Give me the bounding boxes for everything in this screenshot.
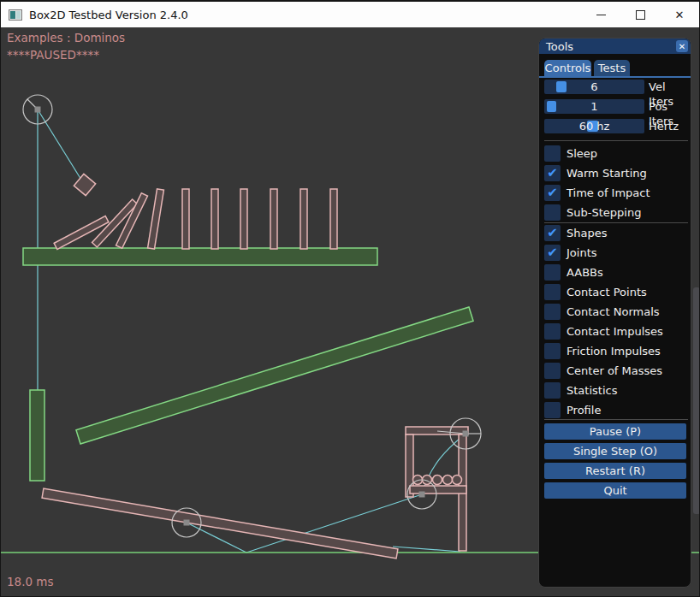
- checkbox-label: Joints: [567, 245, 597, 261]
- domino-leaning[interactable]: [148, 189, 164, 249]
- checkbox-time-of-impact[interactable]: ✔ Time of Impact: [539, 185, 691, 201]
- checkbox-box[interactable]: ✔: [544, 185, 561, 201]
- checkbox-box[interactable]: [544, 264, 561, 281]
- checkbox-friction-impulses[interactable]: Friction Impulses: [539, 343, 691, 359]
- checkbox-label: Contact Points: [567, 284, 647, 300]
- hertz-slider[interactable]: 60 hz: [544, 119, 644, 133]
- maximize-icon: [636, 10, 645, 20]
- checkbox-box[interactable]: ✔: [544, 165, 561, 181]
- checkbox-label: Contact Normals: [567, 304, 660, 320]
- checkbox-box[interactable]: [544, 382, 561, 399]
- window-title: Box2D Testbed Version 2.4.0: [29, 9, 188, 21]
- anchor-center-square: [184, 520, 190, 526]
- checkbox-statistics[interactable]: Statistics: [539, 382, 691, 399]
- tab-underline: [539, 76, 691, 78]
- separator: [544, 419, 688, 420]
- checkbox-label: Sleep: [567, 145, 597, 162]
- pendulum-bob[interactable]: [74, 174, 95, 195]
- checkbox-profile[interactable]: Profile: [539, 402, 691, 418]
- pause-button[interactable]: Pause (P): [544, 423, 686, 440]
- domino[interactable]: [330, 189, 337, 249]
- checkbox-label: Shapes: [567, 225, 607, 241]
- frame-shelf[interactable]: [410, 486, 466, 494]
- checkbox-box[interactable]: [544, 284, 561, 300]
- tools-panel-title: Tools: [546, 40, 573, 53]
- checkbox-label: Contact Impulses: [567, 323, 663, 340]
- domino[interactable]: [211, 189, 218, 249]
- checkbox-box[interactable]: [544, 363, 561, 379]
- title-bar[interactable]: Box2D Testbed Version 2.4.0 ✕: [1, 1, 699, 27]
- slider-grab[interactable]: [547, 101, 556, 112]
- ball[interactable]: [433, 476, 442, 485]
- domino[interactable]: [300, 189, 307, 249]
- minimize-button[interactable]: [581, 2, 620, 28]
- pendulum-joint-line: [38, 109, 84, 184]
- panel-close-button[interactable]: ✕: [676, 40, 688, 52]
- slider-grab[interactable]: [556, 81, 567, 92]
- hertz-value: 60 hz: [579, 120, 610, 133]
- checkbox-contact-impulses[interactable]: Contact Impulses: [539, 323, 691, 340]
- pos-iters-row: 1 Pos Iters: [539, 99, 691, 114]
- checkbox-box[interactable]: ✔: [544, 225, 561, 241]
- checkbox-box[interactable]: [544, 343, 561, 359]
- close-button[interactable]: ✕: [660, 2, 699, 28]
- domino-platform: [23, 248, 377, 265]
- checkbox-warm-starting[interactable]: ✔ Warm Starting: [539, 165, 691, 181]
- anchor-center-square: [463, 431, 469, 437]
- domino[interactable]: [182, 189, 189, 249]
- checkbox-label: Warm Starting: [567, 165, 647, 181]
- vertical-slab[interactable]: [30, 390, 44, 481]
- checkbox-shapes[interactable]: ✔ Shapes: [539, 225, 691, 241]
- anchor-center-square: [419, 492, 425, 498]
- ball[interactable]: [453, 476, 462, 485]
- checkbox-contact-normals[interactable]: Contact Normals: [539, 304, 691, 320]
- checkbox-label: Friction Impulses: [567, 343, 661, 359]
- quit-button[interactable]: Quit: [544, 482, 686, 499]
- tilted-plank[interactable]: [76, 307, 473, 444]
- checkbox-label: Time of Impact: [567, 185, 650, 201]
- restart-button[interactable]: Restart (R): [544, 463, 686, 479]
- checkbox-aabbs[interactable]: AABBs: [539, 264, 691, 281]
- checkbox-box[interactable]: ✔: [544, 245, 561, 261]
- ball[interactable]: [443, 476, 453, 485]
- seesaw-plank[interactable]: [42, 488, 398, 559]
- maximize-button[interactable]: [620, 2, 660, 28]
- checkbox-box[interactable]: [544, 204, 561, 221]
- hertz-row: 60 hz Hertz: [539, 119, 691, 133]
- anchor-center-square: [35, 107, 41, 113]
- tab-tests[interactable]: Tests: [594, 60, 630, 76]
- minimize-icon: [596, 15, 606, 15]
- domino[interactable]: [270, 189, 277, 249]
- checkbox-label: AABBs: [567, 264, 603, 281]
- tab-controls[interactable]: Controls: [544, 60, 591, 76]
- checkbox-contact-points[interactable]: Contact Points: [539, 284, 691, 300]
- checkbox-label: Profile: [567, 402, 601, 418]
- checkbox-sleep[interactable]: Sleep: [539, 145, 691, 162]
- example-label: Examples : Dominos: [7, 31, 125, 44]
- offscreen-scrollbar[interactable]: [693, 287, 700, 514]
- separator: [544, 140, 688, 141]
- vel-iters-value: 6: [590, 80, 597, 93]
- domino[interactable]: [240, 189, 247, 249]
- pos-iters-slider[interactable]: 1: [544, 99, 644, 114]
- checkbox-box[interactable]: [544, 402, 561, 418]
- hertz-label: Hertz: [649, 119, 679, 133]
- checkbox-joints[interactable]: ✔ Joints: [539, 245, 691, 261]
- pos-iters-value: 1: [590, 100, 597, 113]
- tools-panel-header[interactable]: Tools ✕: [539, 38, 691, 54]
- single-step-button[interactable]: Single Step (O): [544, 443, 686, 459]
- separator: [544, 222, 688, 223]
- frame-time-label: 18.0 ms: [7, 575, 54, 588]
- close-icon: ✕: [675, 9, 685, 21]
- checkbox-label: Sub-Stepping: [567, 204, 641, 221]
- vel-iters-row: 6 Vel Iters: [539, 80, 691, 94]
- checkbox-sub-stepping[interactable]: Sub-Stepping: [539, 204, 691, 221]
- checkbox-box[interactable]: [544, 304, 561, 320]
- window-controls: ✕: [581, 2, 699, 28]
- joint-line: [393, 547, 460, 552]
- checkbox-center-of-masses[interactable]: Center of Masses: [539, 363, 691, 379]
- checkbox-box[interactable]: [544, 323, 561, 340]
- vel-iters-slider[interactable]: 6: [544, 80, 644, 94]
- checkbox-label: Statistics: [567, 382, 617, 399]
- checkbox-box[interactable]: [544, 145, 561, 162]
